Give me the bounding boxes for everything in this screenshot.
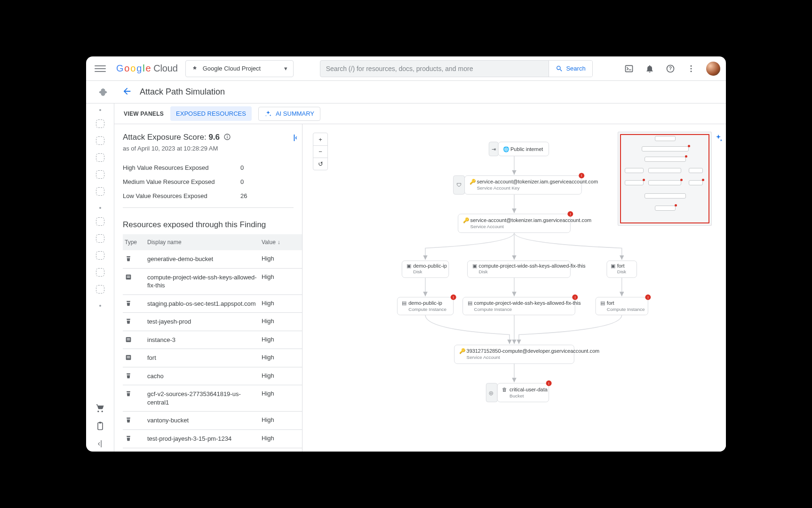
resource-value: High <box>262 435 297 442</box>
svg-text:fort: fort <box>617 263 625 269</box>
svg-text:service-account@tokenizer.iam.: service-account@tokenizer.iam.gserviceac… <box>477 179 598 184</box>
graph-node-bucket[interactable]: ◎ 🗑 critical-user-data Bucket ! <box>486 381 551 402</box>
svg-point-4 <box>691 68 692 69</box>
table-row[interactable]: test-prod-jayesh-3-15-pm-1234High <box>123 430 302 448</box>
table-row[interactable]: generative-demo-bucketHigh <box>123 250 302 269</box>
back-button[interactable] <box>122 86 132 98</box>
search-input[interactable] <box>320 65 549 72</box>
notifications-icon[interactable] <box>644 63 655 74</box>
help-icon[interactable]: ? <box>665 63 676 74</box>
svg-text:demo-public-ip: demo-public-ip <box>413 263 447 269</box>
ai-summary-button[interactable]: AI SUMMARY <box>258 107 320 121</box>
rail-item-placeholder[interactable] <box>96 187 104 196</box>
metric-label: Low Value Resources Exposed <box>123 192 231 199</box>
table-row[interactable]: cachoHigh <box>123 367 302 386</box>
svg-text:!: ! <box>647 295 648 300</box>
graph-node-sa-2[interactable]: 🔑 393127152850-compute@developer.gservic… <box>454 345 599 364</box>
graph-node-sa[interactable]: 🔑 service-account@tokenizer.iam.gservice… <box>458 211 591 233</box>
resource-value: High <box>262 318 297 325</box>
avatar[interactable] <box>706 62 720 76</box>
graph-area[interactable]: + − ↺ <box>303 124 726 452</box>
rail-item-placeholder[interactable] <box>96 217 104 226</box>
graph-node-internet[interactable]: ⇥ 🌐 Public internet <box>489 142 549 156</box>
sort-desc-icon: ↓ <box>278 239 280 246</box>
clipboard-icon[interactable] <box>96 421 105 431</box>
table-row[interactable]: compute-project-wide-ssh-keys-allowed-fi… <box>123 269 302 295</box>
svg-point-3 <box>691 65 692 66</box>
graph-node-disk-1[interactable]: ▣ demo-public-ip Disk <box>402 261 448 278</box>
table-row[interactable]: instance-1High <box>123 448 302 452</box>
graph-node-vm-3[interactable]: ▤ fort Compute Instance ! <box>596 294 651 315</box>
rail-section-dot <box>99 109 101 111</box>
cart-icon[interactable] <box>96 404 105 413</box>
rail-item-placeholder[interactable] <box>96 136 104 145</box>
table-row[interactable]: fortHigh <box>123 349 302 367</box>
cloud-shell-icon[interactable] <box>623 63 635 74</box>
col-header-name[interactable]: Display name <box>147 239 262 246</box>
svg-rect-19 <box>127 357 130 358</box>
zoom-reset-button[interactable]: ↺ <box>313 158 327 170</box>
resource-type-icon <box>123 354 147 361</box>
svg-text:🔑: 🔑 <box>470 178 476 185</box>
graph-node-disk-2[interactable]: ▣ compute-project-wide-ssh-keys-allowed-… <box>468 261 586 278</box>
table-header: Type Display name Value ↓ <box>123 234 302 250</box>
rail-item-placeholder[interactable] <box>96 153 104 162</box>
col-header-value[interactable]: Value ↓ <box>262 239 297 246</box>
collapse-panel-icon[interactable]: |‹ <box>293 134 297 141</box>
rail-item-placeholder[interactable] <box>96 234 104 243</box>
project-picker[interactable]: Google Cloud Project ▾ <box>185 60 294 77</box>
resource-name: test-prod-jayesh-3-15-pm-1234 <box>147 435 262 443</box>
zoom-out-button[interactable]: − <box>313 145 327 158</box>
svg-rect-16 <box>127 340 130 340</box>
tab-exposed-resources[interactable]: EXPOSED RESOURCES <box>170 106 252 121</box>
tab-view-panels[interactable]: VIEW PANELS <box>124 111 164 117</box>
svg-text:fort: fort <box>607 300 614 306</box>
svg-text:▤: ▤ <box>402 300 406 306</box>
graph-node-disk-3[interactable]: ▣ fort Disk <box>607 261 637 278</box>
table-row[interactable]: test-jayesh-prodHigh <box>123 313 302 331</box>
table-row[interactable]: instance-3High <box>123 331 302 349</box>
rail-collapse-icon[interactable]: ‹| <box>98 439 102 448</box>
metric-row: High Value Resources Exposed0 <box>123 160 302 175</box>
table-row[interactable]: vantony-bucketHigh <box>123 412 302 430</box>
svg-text:compute-project-wide-ssh-keys-: compute-project-wide-ssh-keys-allowed-fi… <box>474 300 581 306</box>
table-row[interactable]: gcf-v2-sources-277353641819-us-central1H… <box>123 385 302 412</box>
graph-node-vm-1[interactable]: ▤ demo-public-ip Compute Instance ! <box>397 294 456 315</box>
title-bar: Attack Path Simulation <box>86 81 726 103</box>
graph-node-vm-2[interactable]: ▤ compute-project-wide-ssh-keys-allowed-… <box>463 294 581 315</box>
table-row[interactable]: staging.pablo-os-sec-test1.appspot.comHi… <box>123 295 302 313</box>
metric-row: Low Value Resources Exposed26 <box>123 189 302 203</box>
svg-text:Compute Instance: Compute Instance <box>408 307 446 312</box>
rail-item-placeholder[interactable] <box>96 268 104 277</box>
rail-item-placeholder[interactable] <box>96 119 104 128</box>
svg-text:!: ! <box>453 295 454 300</box>
search-button-label: Search <box>566 65 585 72</box>
svg-text:⇥: ⇥ <box>492 146 496 152</box>
top-bar: Google Cloud Google Cloud Project ▾ Sear… <box>86 56 726 81</box>
rail-item-placeholder[interactable] <box>96 170 104 179</box>
svg-rect-9 <box>227 136 227 138</box>
svg-text:🌐: 🌐 <box>503 146 509 152</box>
rail-item-placeholder[interactable] <box>96 285 104 294</box>
minimap[interactable] <box>618 132 712 226</box>
menu-icon[interactable] <box>95 63 106 74</box>
rail-item-placeholder[interactable] <box>96 251 104 260</box>
more-icon[interactable] <box>685 63 697 74</box>
svg-text:◎: ◎ <box>489 390 494 396</box>
info-icon[interactable] <box>223 133 231 142</box>
ai-float-icon[interactable] <box>714 134 723 144</box>
svg-text:Service Account: Service Account <box>470 224 504 229</box>
google-cloud-logo[interactable]: Google Cloud <box>116 63 178 74</box>
resource-type-icon <box>123 255 147 262</box>
left-panel: Attack Exposure Score: 9.6 |‹ as of Apri… <box>114 124 303 452</box>
search-button[interactable]: Search <box>549 61 592 77</box>
svg-rect-15 <box>127 338 130 339</box>
zoom-in-button[interactable]: + <box>313 133 327 145</box>
svg-text:Compute Instance: Compute Instance <box>474 307 512 312</box>
graph-node-sa-key[interactable]: 🛡 🔑 service-account@tokenizer.iam.gservi… <box>454 173 598 194</box>
resource-type-icon <box>123 336 147 343</box>
svg-text:Disk: Disk <box>478 269 487 274</box>
svg-text:Disk: Disk <box>617 269 626 274</box>
col-header-type[interactable]: Type <box>123 239 147 246</box>
svg-text:🔑: 🔑 <box>463 217 470 223</box>
